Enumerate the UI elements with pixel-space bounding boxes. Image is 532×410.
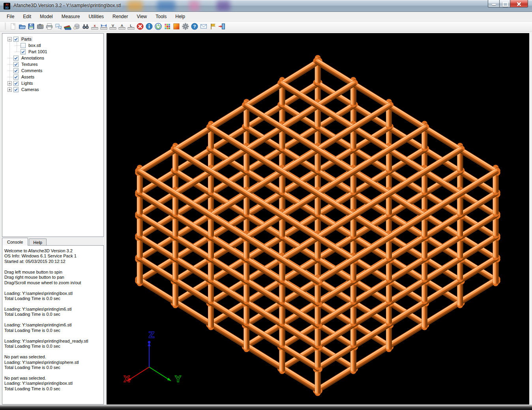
toolbar: xVAL?: [0, 22, 532, 32]
tree-item-label[interactable]: Assets: [20, 74, 36, 80]
tree-item-part-1001[interactable]: Part 1001: [2, 48, 103, 55]
save-button[interactable]: [26, 22, 36, 31]
glass-reflection: [157, 1, 175, 11]
glass-reflection: [127, 1, 142, 11]
flag-icon: [209, 22, 217, 30]
measure-l-button[interactable]: L: [126, 22, 135, 31]
print-button[interactable]: [45, 22, 54, 31]
new-document-button[interactable]: [8, 22, 17, 31]
info-button[interactable]: [144, 22, 154, 31]
console-line: Loading: Y:\samples\printing\sphere.stl: [4, 360, 103, 365]
open-file-button[interactable]: [17, 22, 26, 31]
parts-cylinder-button[interactable]: [72, 22, 81, 31]
tree-item-box-stl[interactable]: box.stl: [2, 42, 103, 48]
svg-text:L: L: [130, 24, 132, 28]
maximize-icon: [503, 2, 508, 7]
menu-render[interactable]: Render: [108, 12, 132, 21]
visibility-checkbox[interactable]: [13, 62, 19, 67]
measure-x-button[interactable]: x: [90, 22, 99, 31]
tree-connector: [7, 77, 13, 77]
tree-item-textures[interactable]: Textures: [2, 61, 103, 67]
power-button[interactable]: [154, 22, 163, 31]
maximize-button[interactable]: [499, 0, 510, 7]
visibility-checkbox[interactable]: [13, 56, 19, 61]
console-line: Started at: 05/03/2015 20:12:12: [4, 259, 103, 264]
lattice-model[interactable]: ZXY: [107, 33, 529, 404]
comments-button[interactable]: [54, 22, 63, 31]
exit-door-button[interactable]: [217, 22, 226, 31]
tree-item-lights[interactable]: Lights: [2, 80, 103, 86]
tree-item-label[interactable]: Textures: [20, 62, 39, 67]
console-line: Total Loading Time is 0.0 sec: [4, 328, 103, 333]
tree-item-label[interactable]: Annotations: [20, 55, 45, 61]
flag-button[interactable]: [208, 22, 217, 31]
tree-item-comments[interactable]: Comments: [2, 67, 103, 74]
measure-distance-button[interactable]: [99, 22, 108, 31]
menu-measure[interactable]: Measure: [57, 12, 84, 21]
toolbar-grip[interactable]: [5, 23, 6, 30]
help-button[interactable]: ?: [190, 22, 199, 31]
titlebar[interactable]: Af 3D Afanche3D Version 3.2 - Y:\samples…: [0, 0, 532, 12]
menu-file[interactable]: File: [2, 12, 19, 21]
console-line: [4, 349, 103, 354]
delete-stop-button[interactable]: [135, 22, 144, 31]
menu-model[interactable]: Model: [36, 12, 57, 21]
tree-connector: [7, 58, 13, 58]
color-palette-button[interactable]: [163, 22, 172, 31]
tree-connector: [15, 45, 21, 46]
tab-help[interactable]: Help: [29, 239, 47, 246]
close-button[interactable]: [510, 0, 528, 7]
email-button[interactable]: [199, 22, 208, 31]
measure-a-icon: A: [118, 22, 126, 30]
visibility-checkbox[interactable]: [21, 49, 26, 54]
tree-item-assets[interactable]: Assets: [2, 74, 103, 80]
parts-cylinder-icon: [73, 22, 81, 30]
settings-gear-icon: [182, 22, 189, 30]
material-color-icon: [172, 22, 180, 30]
tree-item-label[interactable]: Part 1001: [27, 49, 49, 54]
tree-item-annotations[interactable]: Annotations: [2, 55, 103, 61]
window-title: Afanche3D Version 3.2 - Y:\samples\print…: [13, 3, 121, 8]
measure-a-button[interactable]: A: [117, 22, 126, 31]
visibility-checkbox[interactable]: [13, 37, 19, 42]
library-books-button[interactable]: [63, 22, 72, 31]
snapshot-camera-button[interactable]: [36, 22, 45, 31]
visibility-checkbox[interactable]: [13, 81, 19, 86]
menu-tools[interactable]: Tools: [151, 12, 171, 21]
console-line: [4, 317, 103, 322]
tab-console[interactable]: Console: [2, 238, 28, 246]
visibility-checkbox[interactable]: [13, 87, 19, 92]
console-line: Loading: Y:\samples\printing\m6.stl: [4, 307, 103, 312]
measure-v-button[interactable]: V: [108, 22, 117, 31]
menu-utilities[interactable]: Utilities: [84, 12, 108, 21]
visibility-checkbox[interactable]: [13, 68, 19, 73]
color-palette-icon: [163, 22, 171, 30]
menu-edit[interactable]: Edit: [19, 12, 36, 21]
tree-guide-line: [9, 40, 10, 88]
expand-icon[interactable]: [7, 88, 12, 92]
find-binoculars-button[interactable]: [81, 22, 90, 31]
tree-item-label[interactable]: Cameras: [20, 87, 40, 92]
tree-item-label[interactable]: Parts: [20, 36, 33, 42]
console-line: Total Loading Time is 0.0 sec: [4, 386, 103, 391]
tree-item-parts[interactable]: Parts: [2, 36, 103, 42]
console-line: Loading: Y:\samples\printing\box.stl: [4, 381, 103, 386]
material-color-button[interactable]: [172, 22, 181, 31]
tree-item-cameras[interactable]: Cameras: [2, 86, 103, 93]
menu-view[interactable]: View: [132, 12, 151, 21]
tree-item-label[interactable]: Comments: [20, 68, 43, 73]
settings-gear-button[interactable]: [181, 22, 190, 31]
tree-item-label[interactable]: box.stl: [27, 43, 42, 48]
viewport-3d[interactable]: ZXY: [107, 33, 529, 404]
svg-text:V: V: [111, 24, 114, 28]
tree-connector: [7, 71, 13, 71]
console-line: Drag/Scroll mouse wheel to zoom in/out: [4, 280, 103, 285]
app-icon[interactable]: Af 3D: [4, 3, 10, 9]
console-line: Drag left mouse button to spin: [4, 270, 103, 275]
menu-help[interactable]: Help: [171, 12, 189, 21]
visibility-checkbox[interactable]: [13, 75, 19, 80]
visibility-checkbox[interactable]: [21, 43, 26, 48]
minimize-button[interactable]: [488, 0, 500, 7]
menu-bar: FileEditModelMeasureUtilitiesRenderViewT…: [0, 12, 532, 22]
tree-item-label[interactable]: Lights: [20, 80, 34, 86]
